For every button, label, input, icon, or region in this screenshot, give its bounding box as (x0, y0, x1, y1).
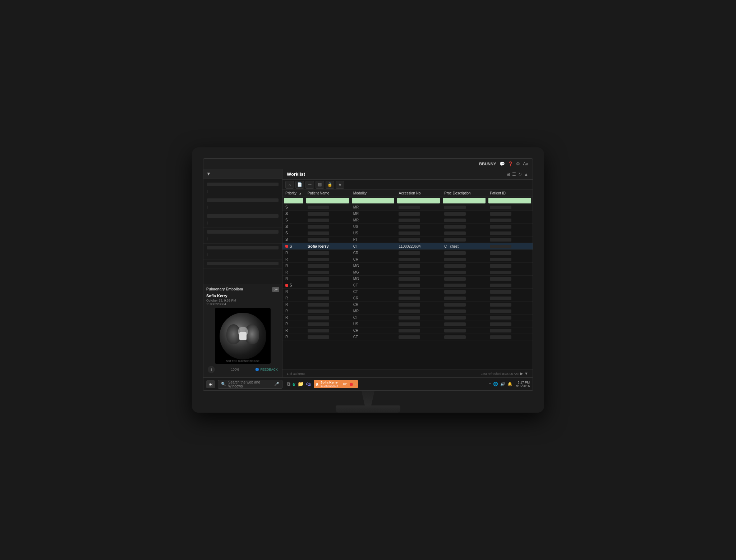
table-row[interactable]: R MG (282, 263, 533, 269)
priority-filter[interactable] (284, 198, 303, 203)
priority-value: S (290, 244, 292, 248)
table-row[interactable]: R CT (282, 289, 533, 295)
table-row[interactable]: R MG (282, 269, 533, 276)
table-row[interactable]: S MR (282, 217, 533, 224)
patient-name-filter[interactable] (306, 198, 349, 203)
proc-desc-filter[interactable] (443, 198, 486, 203)
table-row[interactable]: R CT (282, 334, 533, 340)
network-icon[interactable]: 🌐 (493, 382, 498, 386)
priority-value: R (285, 264, 288, 268)
list-item[interactable] (203, 244, 282, 260)
task-view-icon[interactable]: ⧉ (287, 381, 290, 387)
grid-view-icon[interactable]: ⊞ (506, 172, 510, 177)
settings-icon[interactable]: ⚙ (516, 161, 520, 166)
list-toolbar-button[interactable]: ▤ (316, 181, 324, 189)
search-bar[interactable]: 🔍 Search the web and Windows 🎤 (218, 380, 282, 389)
table-row[interactable]: R CR (282, 295, 533, 302)
modality-value: US (353, 322, 358, 326)
app-info: Sofia Kerry 11080223684 (321, 381, 338, 387)
info-button[interactable]: ℹ (208, 366, 215, 373)
patient-id-value (490, 264, 511, 268)
accession-value (399, 303, 420, 307)
document-toolbar-button[interactable]: 📄 (295, 181, 304, 189)
modality-filter[interactable] (352, 198, 395, 203)
proc-desc-value (444, 329, 466, 332)
feedback-button[interactable]: 🔵 FEEDBACK (255, 368, 278, 371)
feedback-label: FEEDBACK (260, 368, 278, 371)
list-item[interactable] (203, 212, 282, 228)
volume-icon[interactable]: 🔊 (500, 382, 505, 386)
table-row[interactable]: R CT (282, 315, 533, 321)
help-icon[interactable]: ❓ (508, 161, 513, 166)
table-row[interactable]: R MG (282, 276, 533, 282)
table-row[interactable]: R CR (282, 327, 533, 334)
table-row[interactable]: S US (282, 224, 533, 230)
accession-filter[interactable] (397, 198, 440, 203)
modality-column-header[interactable]: Modality (350, 190, 396, 197)
patient-name-column-header[interactable]: Patient Name (305, 190, 350, 197)
table-row[interactable]: S CT (282, 282, 533, 289)
accession-value (399, 290, 420, 294)
accession-column-header[interactable]: Accession No (396, 190, 441, 197)
left-panel-header: ▼ (203, 169, 282, 179)
patient-thumbnail[interactable]: NOT FOR DIAGNOSTIC USE (215, 308, 271, 364)
edge-icon[interactable]: ℯ (293, 381, 295, 387)
table-row-sofia-kerry[interactable]: S Sofia Kerry CT 11080223684 CT chest (282, 243, 533, 250)
home-toolbar-button[interactable]: ⌂ (285, 181, 294, 189)
list-item[interactable] (203, 260, 282, 269)
patient-id-column-header[interactable]: Patient ID (487, 190, 533, 197)
priority-flag (285, 245, 288, 248)
start-button[interactable]: ⊞ (206, 380, 215, 388)
table-row[interactable]: S PT (282, 237, 533, 243)
table-row[interactable]: S MR (282, 211, 533, 217)
modality-value: MG (353, 277, 359, 281)
patient-name-value (308, 329, 329, 332)
chat-icon[interactable]: 💬 (500, 161, 505, 166)
thumbnail-controls: ℹ 100% 🔵 FEEDBACK (206, 366, 279, 375)
refresh-icon[interactable]: ↻ (518, 172, 522, 177)
scroll-down-icon[interactable]: ▼ (524, 371, 528, 376)
username-label: BBUNNY (479, 162, 496, 166)
patient-id-filter[interactable] (488, 198, 531, 203)
list-item[interactable] (203, 228, 282, 244)
table-row[interactable]: R US (282, 321, 533, 327)
lock-toolbar-button[interactable]: 🔒 (326, 181, 334, 189)
item-sub (207, 206, 208, 209)
taskbar-app-sofia[interactable]: a Sofia Kerry 11080223684 PE ⏺ › (314, 380, 358, 388)
priority-value: R (285, 290, 288, 294)
store-icon[interactable]: 🛍 (306, 381, 311, 387)
patient-name-value: Sofia Kerry (308, 244, 329, 248)
table-row[interactable]: R CR (282, 302, 533, 308)
file-explorer-icon[interactable]: 📁 (298, 381, 304, 387)
priority-value: R (285, 257, 288, 261)
list-item[interactable] (203, 180, 282, 196)
list-item[interactable] (203, 196, 282, 212)
priority-value: R (285, 296, 288, 300)
priority-column-header[interactable]: Priority ▲ (282, 190, 305, 197)
scroll-right-icon[interactable]: ▶ (520, 371, 523, 376)
list-view-icon[interactable]: ☰ (512, 172, 516, 177)
font-icon[interactable]: Aa (523, 161, 528, 166)
worklist-header-icons: ⊞ ☰ ↻ ▲ (506, 172, 528, 177)
table-row[interactable]: S MR (282, 204, 533, 211)
proc-desc-column-header[interactable]: Proc Description (441, 190, 487, 197)
table-row[interactable]: S US (282, 230, 533, 237)
table-row[interactable]: R CR (282, 256, 533, 263)
accession-value (399, 271, 420, 274)
stand-base (336, 405, 400, 413)
accession-value (399, 219, 420, 222)
star-toolbar-button[interactable]: ★ (336, 181, 344, 189)
edit-toolbar-button[interactable]: ✏ (305, 181, 314, 189)
accession-value (399, 322, 420, 326)
filter-icon[interactable]: ▼ (206, 171, 211, 176)
modality-value: CT (353, 290, 358, 294)
patient-name-value (308, 277, 329, 281)
proc-desc-value (444, 264, 466, 268)
table-row[interactable]: R MR (282, 308, 533, 315)
scroll-up-icon[interactable]: ▲ (524, 172, 528, 177)
modality-value: CT (353, 283, 358, 287)
table-row[interactable]: R CR (282, 250, 533, 256)
notification-icon[interactable]: 🔔 (507, 382, 512, 386)
modality-value: US (353, 231, 358, 235)
chevron-up-icon[interactable]: ^ (489, 382, 491, 386)
